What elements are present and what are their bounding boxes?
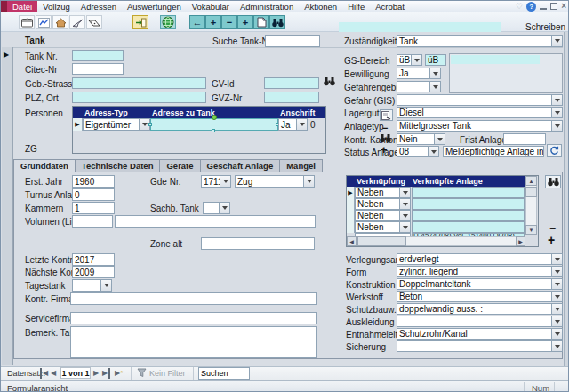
verk-row-selector[interactable] (347, 210, 355, 221)
status-anlage-select[interactable]: 08 (397, 146, 439, 157)
gde-nr-select[interactable]: 1711 (201, 175, 231, 188)
chevron-down-icon[interactable] (551, 341, 562, 351)
personen-anschrift-select[interactable]: Ja (278, 118, 308, 131)
verk-row-selector[interactable] (347, 221, 355, 233)
chevron-down-icon[interactable] (399, 211, 410, 220)
entnahmeleit-select[interactable]: Schutzrohr/Kanal (397, 328, 563, 340)
exit-folder-icon[interactable] (132, 15, 148, 29)
verk-type-select[interactable]: Neben (355, 187, 411, 198)
first-record-button[interactable]: ◀ (40, 368, 48, 379)
scroll-left-icon[interactable]: ◀ (347, 236, 357, 246)
verk-type-select[interactable]: Neben (355, 198, 411, 210)
zustaendigkeit-select[interactable]: Tank (397, 35, 563, 47)
schutzbauw-select[interactable]: doppelwandig auss. : (397, 303, 563, 315)
form-select[interactable]: zylindr. liegend (397, 266, 563, 277)
verk-type-select[interactable]: Neben (355, 210, 411, 221)
tagestank-select[interactable] (72, 279, 112, 292)
chevron-down-icon[interactable] (551, 316, 562, 326)
chevron-down-icon[interactable] (220, 176, 230, 187)
selection-handle[interactable] (148, 123, 152, 126)
refresh-status-button[interactable] (547, 144, 562, 157)
konstruktion-select[interactable]: Doppelmanteltank (397, 278, 563, 290)
personen-adress-typ-select[interactable]: Eigentümer (83, 118, 150, 131)
chevron-down-icon[interactable] (551, 254, 562, 264)
menu-datei[interactable]: Datei (7, 1, 37, 12)
werkstoff-select[interactable]: Beton (397, 291, 563, 302)
gvz-nr-field[interactable] (264, 92, 319, 103)
verk-row-selector[interactable]: ▶ (347, 187, 355, 198)
gefahr-gis-select[interactable] (397, 94, 563, 106)
bemerk-tank-textarea[interactable] (70, 326, 317, 358)
chevron-down-icon[interactable] (551, 36, 562, 46)
verk-type-select[interactable]: Neben (355, 221, 411, 233)
clip-icon[interactable] (86, 15, 102, 29)
hscroll-thumb[interactable] (357, 236, 406, 246)
chevron-down-icon[interactable] (551, 279, 562, 289)
tab-maengel[interactable]: Mängel (280, 159, 323, 172)
scroll-right-icon[interactable]: ▶ (516, 236, 525, 246)
scroll-up-icon[interactable]: ▲ (525, 176, 537, 186)
add-icon[interactable]: + (237, 15, 253, 29)
erst-jahr-field[interactable]: 1960 (72, 175, 115, 188)
vscroll-thumb[interactable] (525, 187, 537, 197)
citec-nr-field[interactable] (72, 63, 124, 75)
kontr-firma-field[interactable] (70, 292, 317, 305)
personen-row-selector[interactable]: ▶ (73, 118, 83, 131)
chevron-down-icon[interactable] (434, 134, 445, 144)
chevron-down-icon[interactable] (296, 119, 307, 130)
restore-button[interactable] (550, 3, 557, 10)
menu-hilfe[interactable]: Hilfe (342, 1, 370, 12)
chart-icon[interactable] (36, 15, 52, 29)
chevron-down-icon[interactable] (429, 68, 440, 78)
plz-ort-field[interactable] (72, 92, 206, 103)
menu-vokabular[interactable]: Vokabular (187, 1, 235, 12)
goto-form-button[interactable] (380, 109, 393, 121)
chevron-down-icon[interactable] (399, 222, 410, 232)
tank-nr-field[interactable] (72, 50, 124, 61)
chevron-down-icon[interactable] (551, 304, 562, 314)
globe-icon[interactable] (160, 15, 176, 29)
chevron-down-icon[interactable] (551, 292, 562, 301)
close-button[interactable]: × (561, 3, 566, 10)
tab-geraete[interactable]: Geräte (160, 159, 200, 172)
kammern-field[interactable]: 1 (72, 202, 115, 214)
chevron-down-icon[interactable] (303, 176, 314, 187)
last-record-button[interactable]: ▶ (102, 368, 110, 379)
record-search-input[interactable] (198, 367, 250, 380)
gefahrengebiet-select[interactable] (397, 81, 441, 92)
chevron-down-icon[interactable] (551, 329, 562, 339)
chevron-down-icon[interactable] (551, 108, 562, 117)
search-tank-input[interactable] (265, 35, 320, 47)
verk-row-selector[interactable] (347, 198, 355, 210)
turnus-anlage-field[interactable]: 0 (72, 188, 115, 201)
letzte-kontr-field[interactable]: 2017 (72, 253, 115, 266)
nav-back-icon[interactable]: ← (189, 15, 205, 29)
kontr-kanton-select[interactable]: Nein (397, 133, 445, 145)
chevron-down-icon[interactable] (399, 188, 410, 197)
chevron-down-icon[interactable] (428, 147, 438, 156)
chevron-down-icon[interactable] (551, 95, 562, 105)
gs-bereich-field[interactable]: üB (425, 54, 446, 66)
chevron-down-icon[interactable] (551, 121, 562, 131)
selection-anchor-dot[interactable] (212, 115, 217, 120)
verk-anlage-field[interactable] (412, 221, 525, 233)
gv-search-binoculars-icon[interactable] (324, 76, 335, 88)
gs-bereich-select[interactable]: üB (397, 54, 422, 66)
gv-id-field[interactable] (264, 77, 319, 89)
home-icon[interactable] (52, 15, 68, 29)
volumen-field[interactable] (72, 215, 113, 228)
tab-grunddaten[interactable]: Grunddaten (13, 159, 76, 172)
naechste-kontr-field[interactable]: 2009 (72, 266, 115, 278)
selection-handle[interactable] (212, 129, 215, 132)
next-record-button[interactable]: ▶ (93, 368, 99, 379)
sachb-tank-select[interactable] (203, 202, 230, 214)
verlegungsart-select[interactable]: erdverlegt (397, 253, 563, 265)
scroll-down-icon[interactable]: ▼ (525, 225, 537, 235)
tab-geschaeft-anlage[interactable]: Geschäft Anlage (201, 159, 281, 172)
previous-record-button[interactable]: ◀ (51, 368, 56, 379)
minimize-button[interactable] (540, 3, 547, 10)
chevron-down-icon[interactable] (219, 203, 229, 213)
lagergut-select[interactable]: Diesel (397, 107, 563, 118)
chevron-down-icon[interactable] (399, 199, 410, 209)
zoom-in-icon[interactable]: + (205, 15, 221, 29)
